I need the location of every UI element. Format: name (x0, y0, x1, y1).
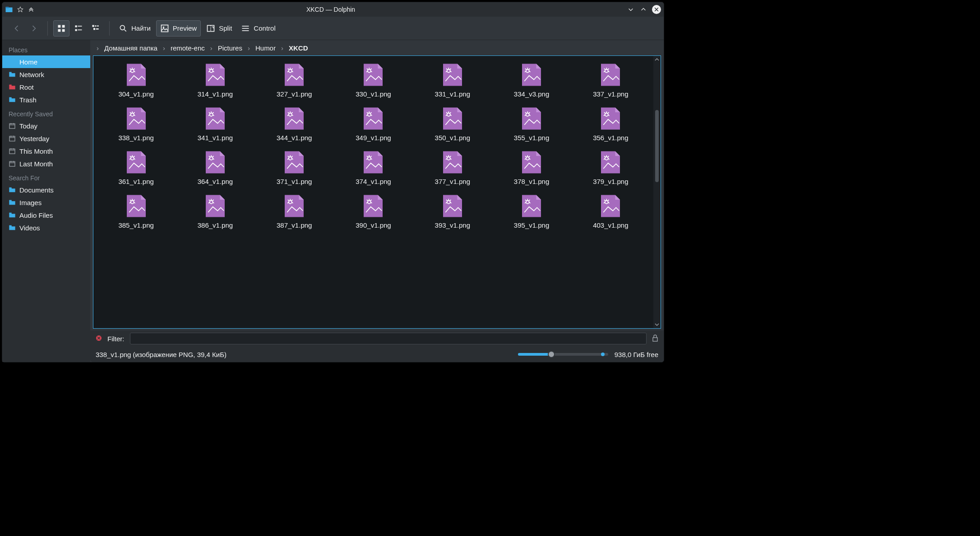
file-item[interactable]: 330_v1.png (335, 62, 411, 98)
filter-input[interactable] (130, 333, 647, 344)
breadcrumb-item[interactable]: Pictures (216, 43, 244, 53)
control-label: Control (254, 24, 275, 32)
titlebar-right (627, 5, 661, 14)
sidebar-item-videos[interactable]: Videos (2, 221, 90, 234)
file-item[interactable]: 374_v1.png (335, 150, 411, 185)
file-item[interactable]: 390_v1.png (335, 193, 411, 229)
pin-icon[interactable] (17, 6, 24, 13)
file-label: 349_v1.png (356, 134, 391, 142)
close-filter-icon[interactable] (96, 335, 102, 343)
separator (109, 21, 110, 36)
breadcrumb-item[interactable]: Домашняя папка (102, 43, 159, 53)
sidebar-item-label: Today (19, 122, 37, 130)
svg-rect-23 (9, 60, 11, 60)
scrollbar-thumb[interactable] (655, 110, 659, 182)
free-space-label: 938,0 ГиБ free (615, 351, 658, 358)
file-item[interactable]: 341_v1.png (177, 106, 253, 142)
forward-button[interactable] (26, 20, 42, 37)
file-item[interactable]: 327_v1.png (256, 62, 333, 98)
sidebar-item-label: Audio Files (19, 211, 53, 219)
image-file-icon (361, 62, 386, 87)
file-item[interactable]: 337_v1.png (573, 62, 649, 98)
maximize-button[interactable] (639, 5, 647, 14)
file-item[interactable]: 371_v1.png (256, 150, 333, 185)
image-file-icon (203, 106, 228, 131)
lock-icon[interactable] (652, 334, 658, 343)
file-item[interactable]: 403_v1.png (573, 193, 649, 229)
file-label: 327_v1.png (277, 90, 312, 98)
file-item[interactable]: 338_v1.png (98, 106, 174, 142)
icons-view-button[interactable] (53, 20, 69, 37)
file-item[interactable]: 364_v1.png (177, 150, 253, 185)
sidebar-item-trash[interactable]: Trash (2, 93, 90, 106)
image-file-icon (361, 193, 386, 219)
sidebar-item-documents[interactable]: Documents (2, 183, 90, 196)
file-item[interactable]: 378_v1.png (493, 150, 569, 185)
sidebar-item-home[interactable]: Home (2, 55, 90, 68)
file-label: 337_v1.png (593, 90, 628, 98)
details-view-button[interactable] (88, 20, 104, 37)
minimize-button[interactable] (627, 5, 635, 14)
svg-rect-25 (9, 85, 11, 86)
file-item[interactable]: 386_v1.png (177, 193, 253, 229)
close-button[interactable] (652, 5, 661, 14)
image-file-icon (361, 150, 386, 175)
breadcrumb-item[interactable]: remote-enc (169, 43, 207, 53)
file-view: 304_v1.png314_v1.png327_v1.png330_v1.png… (93, 55, 661, 329)
sidebar-item-audio-files[interactable]: Audio Files (2, 209, 90, 221)
filter-bar: Filter: (90, 330, 664, 347)
file-label: 361_v1.png (118, 178, 153, 185)
file-item[interactable]: 377_v1.png (414, 150, 490, 185)
file-item[interactable]: 385_v1.png (98, 193, 174, 229)
file-grid[interactable]: 304_v1.png314_v1.png327_v1.png330_v1.png… (93, 56, 653, 328)
file-item[interactable]: 350_v1.png (414, 106, 490, 142)
sidebar-item-yesterday[interactable]: Yesterday (2, 132, 90, 145)
scroll-up-icon[interactable] (653, 56, 661, 63)
zoom-slider[interactable] (518, 353, 608, 356)
app-icon (5, 5, 13, 14)
image-file-icon (598, 193, 623, 219)
file-item[interactable]: 334_v3.png (493, 62, 569, 98)
file-item[interactable]: 344_v1.png (256, 106, 333, 142)
preview-button[interactable]: Preview (156, 20, 201, 37)
split-button[interactable]: Split (203, 20, 236, 37)
file-item[interactable]: 349_v1.png (335, 106, 411, 142)
sidebar-item-this-month[interactable]: This Month (2, 145, 90, 157)
file-label: 378_v1.png (514, 178, 549, 185)
sidebar-item-root[interactable]: Root (2, 81, 90, 93)
sidebar-item-network[interactable]: Network (2, 68, 90, 81)
sidebar-item-today[interactable]: Today (2, 119, 90, 132)
places-panel: PlacesHomeNetworkRootTrashRecently Saved… (2, 40, 90, 362)
sidebar-item-label: Network (19, 71, 44, 78)
compact-view-button[interactable] (70, 20, 87, 37)
scroll-down-icon[interactable] (653, 321, 661, 328)
window-title: XKCD — Dolphin (35, 6, 627, 13)
back-button[interactable] (9, 20, 25, 37)
file-item[interactable]: 393_v1.png (414, 193, 490, 229)
file-item[interactable]: 361_v1.png (98, 150, 174, 185)
image-file-icon (598, 106, 623, 131)
sidebar-item-label: Trash (19, 96, 37, 104)
file-item[interactable]: 387_v1.png (256, 193, 333, 229)
image-file-icon (361, 106, 386, 131)
file-item[interactable]: 379_v1.png (573, 150, 649, 185)
chevron-right-icon: › (278, 44, 286, 52)
file-label: 385_v1.png (118, 221, 153, 229)
file-item[interactable]: 304_v1.png (98, 62, 174, 98)
sidebar-item-last-month[interactable]: Last Month (2, 157, 90, 170)
file-item[interactable]: 314_v1.png (177, 62, 253, 98)
control-button[interactable]: Control (237, 20, 279, 37)
find-label: Найти (131, 24, 151, 32)
file-item[interactable]: 356_v1.png (573, 106, 649, 142)
find-button[interactable]: Найти (115, 20, 154, 37)
breadcrumb-item[interactable]: Humor (254, 43, 277, 53)
sidebar-item-images[interactable]: Images (2, 196, 90, 209)
breadcrumb-item: XKCD (287, 43, 310, 53)
vertical-scrollbar[interactable] (653, 56, 661, 328)
file-label: 403_v1.png (593, 221, 628, 229)
file-item[interactable]: 331_v1.png (414, 62, 490, 98)
file-item[interactable]: 395_v1.png (493, 193, 569, 229)
expand-icon[interactable] (28, 6, 35, 13)
file-item[interactable]: 355_v1.png (493, 106, 569, 142)
slider-knob[interactable] (548, 351, 555, 358)
